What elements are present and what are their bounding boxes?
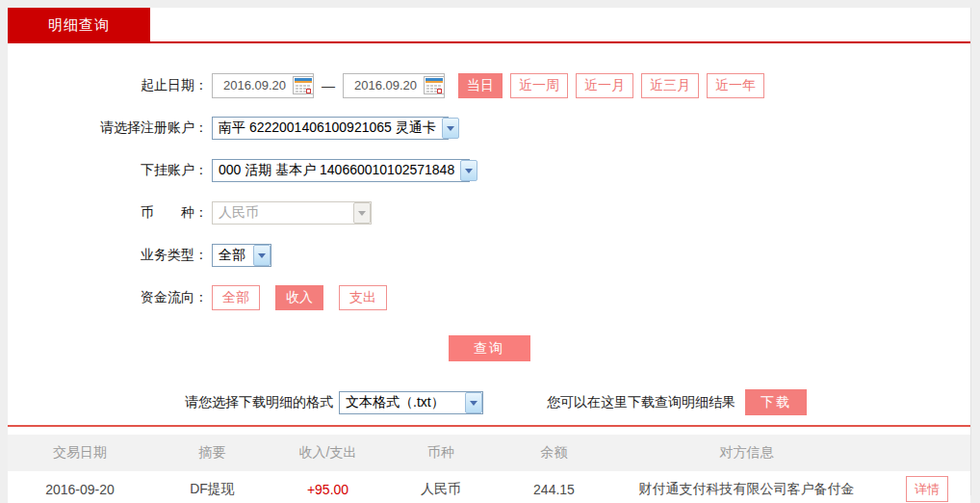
registered-account-label: 请选择注册账户： <box>8 119 208 137</box>
fund-flow-all-button[interactable]: 全部 <box>212 285 260 310</box>
sub-account-select[interactable]: 000 活期 基本户 140660010102571848 <box>212 159 470 182</box>
fund-flow-label: 资金流向： <box>8 289 208 306</box>
query-button-row: 查询 <box>8 335 970 361</box>
business-type-value: 全部 <box>213 247 251 264</box>
chevron-down-icon <box>353 202 371 224</box>
table-header: 交易日期 摘要 收入/支出 币种 余额 对方信息 <box>8 435 970 471</box>
query-form: 起止日期： — <box>8 43 970 415</box>
header-balance: 余额 <box>499 444 609 462</box>
sub-account-row: 下挂账户： 000 活期 基本户 140660010102571848 <box>8 157 970 183</box>
range-last-year-button[interactable]: 近一年 <box>707 73 764 98</box>
content-panel: 明细查询 起止日期： <box>8 8 971 495</box>
registered-account-select[interactable]: 南平 6222001406100921065 灵通卡 <box>212 117 449 140</box>
table-row: 2016-09-20 DF提现 +95.00 人民币 244.15 财付通支付科… <box>8 471 970 503</box>
start-date-field[interactable] <box>212 73 314 98</box>
currency-row: 币 种： 人民币 <box>8 199 970 225</box>
sub-account-value: 000 活期 基本户 140660010102571848 <box>213 162 460 179</box>
tab-detail-query[interactable]: 明细查询 <box>8 8 150 43</box>
download-format-label: 请您选择下载明细的格式 <box>185 394 333 411</box>
registered-account-row: 请选择注册账户： 南平 6222001406100921065 灵通卡 <box>8 115 970 141</box>
header-amount: 收入/支出 <box>272 444 383 462</box>
date-range-label: 起止日期： <box>8 77 208 94</box>
chevron-down-icon[interactable] <box>460 160 477 181</box>
download-hint: 您可以在这里下载查询明细结果 <box>547 394 735 411</box>
date-range-row: 起止日期： — <box>8 72 970 98</box>
download-format-value: 文本格式（.txt） <box>340 394 451 411</box>
sub-account-label: 下挂账户： <box>8 162 208 179</box>
chevron-down-icon[interactable] <box>465 392 482 413</box>
cell-balance: 244.15 <box>499 482 609 497</box>
download-button[interactable]: 下载 <box>745 389 807 415</box>
range-last-month-button[interactable]: 近一月 <box>576 73 633 98</box>
registered-account-value: 南平 6222001406100921065 灵通卡 <box>213 119 442 137</box>
currency-select: 人民币 <box>212 201 372 225</box>
date-range-separator: — <box>322 78 335 93</box>
range-last-week-button[interactable]: 近一周 <box>510 73 568 98</box>
table-separator <box>8 425 970 427</box>
cell-counterparty: 财付通支付科技有限公司客户备付金 <box>609 481 884 498</box>
download-row: 请您选择下载明细的格式 文本格式（.txt） 您可以在这里下载查询明细结果 下载 <box>8 389 970 415</box>
chevron-down-icon[interactable] <box>253 245 271 266</box>
fund-flow-income-button[interactable]: 收入 <box>275 285 323 310</box>
end-date-field[interactable] <box>343 73 445 98</box>
currency-label: 币 种： <box>8 204 208 222</box>
end-date-input[interactable] <box>354 78 424 93</box>
calendar-icon[interactable] <box>293 76 314 94</box>
cell-date: 2016-09-20 <box>8 482 152 497</box>
detail-button[interactable]: 详情 <box>906 476 948 502</box>
business-type-select[interactable]: 全部 <box>212 244 271 267</box>
query-button[interactable]: 查询 <box>449 335 530 361</box>
cell-amount: +95.00 <box>272 482 383 497</box>
header-currency: 币种 <box>383 444 499 462</box>
currency-value: 人民币 <box>213 204 265 222</box>
cell-currency: 人民币 <box>383 481 499 498</box>
header-counterparty: 对方信息 <box>609 444 884 462</box>
header-summary: 摘要 <box>152 444 272 462</box>
business-type-label: 业务类型： <box>8 247 208 264</box>
fund-flow-expense-button[interactable]: 支出 <box>339 285 387 310</box>
tab-bar: 明细查询 <box>8 8 970 43</box>
start-date-input[interactable] <box>223 78 293 93</box>
range-last-3-months-button[interactable]: 近三月 <box>641 73 699 98</box>
fund-flow-row: 资金流向： 全部 收入 支出 <box>8 284 970 310</box>
cell-summary: DF提现 <box>152 481 272 498</box>
chevron-down-icon[interactable] <box>442 118 459 139</box>
calendar-icon[interactable] <box>424 76 445 94</box>
business-type-row: 业务类型： 全部 <box>8 242 970 268</box>
header-date: 交易日期 <box>8 444 152 462</box>
range-today-button[interactable]: 当日 <box>458 73 503 98</box>
download-format-select[interactable]: 文本格式（.txt） <box>339 391 483 414</box>
